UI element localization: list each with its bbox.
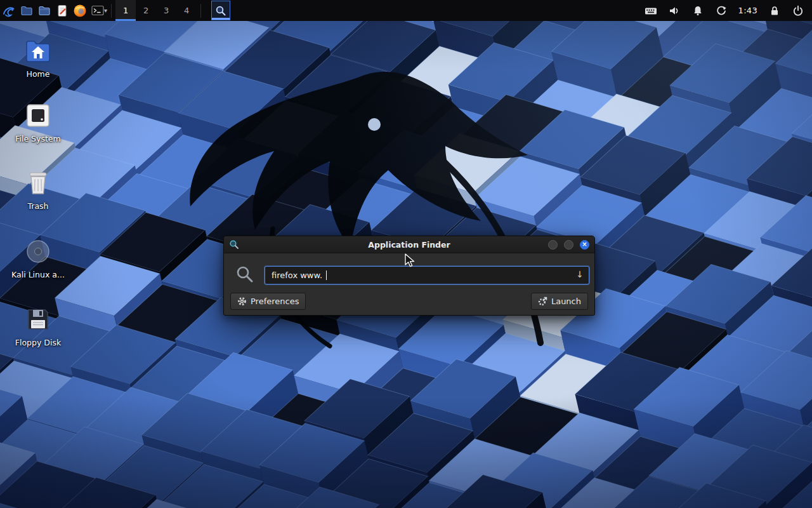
firefox-icon: [73, 4, 87, 18]
close-button[interactable]: ×: [580, 240, 589, 250]
dropdown-arrow-icon[interactable]: ↓: [576, 269, 584, 279]
search-field-wrap: ↓: [265, 266, 589, 284]
folder-icon: [37, 4, 51, 18]
preferences-label: Preferences: [251, 297, 299, 306]
desktop-icon-file-system[interactable]: File System: [0, 100, 76, 144]
desktop-icon-trash[interactable]: Trash: [0, 168, 76, 211]
maximize-button[interactable]: [564, 240, 573, 250]
filesystem-drive-icon: [23, 100, 53, 131]
tray-notifications[interactable]: [691, 3, 704, 18]
desktop-icon-label: Kali Linux a...: [0, 270, 76, 279]
system-tray: 1:43: [645, 3, 812, 18]
kali-menu-icon[interactable]: [0, 2, 18, 20]
desktop-icon-label: File System: [0, 134, 76, 144]
app-finder-taskbar-icon: [215, 5, 226, 17]
updates-icon: [716, 5, 727, 17]
taskbar-app-finder-button[interactable]: [211, 1, 230, 20]
firefox-launcher[interactable]: [71, 2, 89, 20]
keyboard-icon: [645, 5, 657, 17]
top-panel: ▾ 1 2 3 4: [0, 0, 812, 21]
terminal-dropdown-chevron[interactable]: ▾: [104, 7, 107, 14]
launch-button[interactable]: Launch: [531, 293, 588, 310]
file-manager-icon: [20, 4, 34, 18]
panel-separator: [200, 4, 201, 18]
desktop-icon-home[interactable]: Home: [0, 36, 76, 79]
application-finder-window: Application Finder × ↓ Preferences: [223, 236, 595, 316]
launch-label: Launch: [551, 297, 581, 306]
launch-icon: [538, 297, 547, 306]
workspace-3[interactable]: 3: [156, 0, 176, 21]
tray-volume[interactable]: [668, 3, 681, 18]
gear-icon: [237, 297, 247, 306]
minimize-button[interactable]: [548, 240, 558, 250]
text-editor-icon: [55, 4, 69, 18]
titlebar[interactable]: Application Finder ×: [224, 236, 594, 253]
kali-cd-icon: [23, 236, 53, 267]
tray-updates[interactable]: [715, 3, 728, 18]
tray-power[interactable]: [792, 3, 804, 18]
desktop-icon-label: Trash: [0, 201, 76, 211]
search-icon: [235, 265, 254, 284]
workspace-2[interactable]: 2: [136, 0, 156, 21]
panel-clock[interactable]: 1:43: [738, 6, 757, 15]
volume-icon: [669, 5, 680, 17]
desktop-icon-label: Home: [0, 69, 76, 79]
workspace-switcher: 1 2 3 4: [115, 0, 197, 21]
panel-separator: [111, 4, 112, 18]
terminal-icon: [91, 4, 105, 18]
folder-launcher[interactable]: [36, 2, 53, 20]
kali-logo-icon: [2, 4, 16, 18]
window-title: Application Finder: [224, 240, 594, 250]
search-input[interactable]: [265, 266, 589, 284]
file-manager-launcher[interactable]: [18, 2, 36, 20]
text-caret: [326, 271, 327, 280]
notifications-bell-icon: [692, 5, 704, 17]
workspace-1[interactable]: 1: [115, 0, 136, 21]
desktop-icon-kali-cd[interactable]: Kali Linux a...: [0, 236, 76, 279]
desktop-icon-floppy-disk[interactable]: Floppy Disk: [0, 304, 76, 347]
text-editor-launcher[interactable]: [53, 2, 71, 20]
home-folder-icon: [23, 36, 53, 66]
floppy-disk-icon: [23, 304, 53, 335]
desktop-icon-label: Floppy Disk: [0, 338, 76, 347]
tray-lock[interactable]: [768, 3, 781, 18]
window-controls: ×: [548, 240, 589, 250]
mouse-cursor: [405, 253, 419, 269]
preferences-button[interactable]: Preferences: [230, 293, 306, 310]
lock-icon: [769, 5, 780, 17]
workspace-4[interactable]: 4: [176, 0, 197, 21]
close-icon: ×: [582, 241, 587, 248]
tray-keyboard[interactable]: [645, 3, 657, 18]
power-icon: [792, 5, 804, 17]
trash-icon: [23, 168, 53, 198]
